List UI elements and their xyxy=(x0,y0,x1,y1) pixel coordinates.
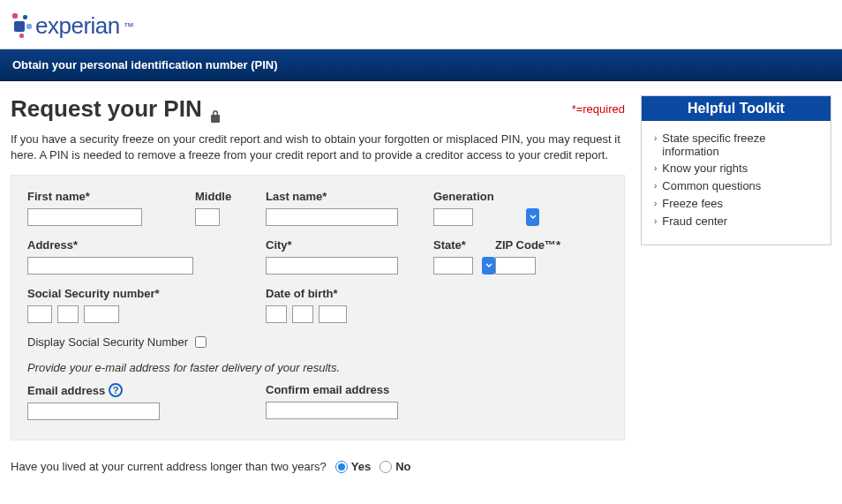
brand-name: experian xyxy=(35,12,120,40)
sidebar-item[interactable]: ›State specific freeze information xyxy=(654,130,822,160)
page-title: Request your PIN xyxy=(11,95,222,123)
yes-label: Yes xyxy=(351,460,371,473)
zip-label: ZIP Code™* xyxy=(495,238,575,252)
dob-part3-input[interactable] xyxy=(319,305,347,323)
sidebar-title: Helpful Toolkit xyxy=(642,96,831,121)
lock-icon xyxy=(209,102,222,117)
confirm-email-label: Confirm email address xyxy=(266,383,389,396)
residency-question: Have you lived at your current address l… xyxy=(11,460,327,473)
city-input[interactable] xyxy=(266,257,398,275)
no-label: No xyxy=(395,460,410,473)
generation-select[interactable] xyxy=(433,208,473,226)
middle-label: Middle xyxy=(195,190,266,203)
ssn-part2-input[interactable] xyxy=(57,305,79,323)
email-input[interactable] xyxy=(27,402,160,420)
required-indicator: *=required xyxy=(572,102,625,116)
city-label: City* xyxy=(266,238,433,252)
ssn-part3-input[interactable] xyxy=(84,305,119,323)
chevron-right-icon: › xyxy=(654,132,657,146)
sidebar-item[interactable]: ›Know your rights xyxy=(654,160,822,177)
email-label: Email address xyxy=(27,384,105,397)
ssn-part1-input[interactable] xyxy=(27,305,52,323)
email-hint: Provide your e-mail address for faster d… xyxy=(27,361,608,374)
state-label: State* xyxy=(433,238,495,252)
state-select[interactable] xyxy=(433,257,473,275)
sidebar-item[interactable]: ›Common questions xyxy=(654,177,822,195)
residency-yes-radio[interactable] xyxy=(335,461,348,473)
chevron-right-icon: › xyxy=(654,162,657,176)
last-name-input[interactable] xyxy=(266,208,398,226)
brand-tm: ™ xyxy=(124,20,134,33)
chevron-right-icon: › xyxy=(654,214,657,229)
chevron-right-icon: › xyxy=(654,197,657,211)
sidebar-item[interactable]: ›Fraud center xyxy=(654,213,822,230)
display-ssn-checkbox[interactable] xyxy=(195,336,207,348)
first-name-input[interactable] xyxy=(27,208,142,226)
last-name-label: Last name* xyxy=(266,190,433,203)
residency-no-radio[interactable] xyxy=(380,461,392,473)
zip-input[interactable] xyxy=(495,257,536,275)
middle-input[interactable] xyxy=(195,208,220,226)
brand-logo: experian ™ xyxy=(11,12,831,40)
chevron-right-icon: › xyxy=(654,179,657,193)
dob-label: Date of birth* xyxy=(266,287,433,300)
form-container: First name* Middle Last name* Generation xyxy=(11,175,625,440)
chevron-down-icon xyxy=(482,257,495,275)
display-ssn-label: Display Social Security Number xyxy=(27,335,188,349)
first-name-label: First name* xyxy=(27,190,195,203)
generation-label: Generation xyxy=(433,190,539,203)
chevron-down-icon xyxy=(526,208,539,226)
sidebar-toolkit: Helpful Toolkit ›State specific freeze i… xyxy=(641,95,831,245)
sidebar-item[interactable]: ›Freeze fees xyxy=(654,195,822,213)
dob-part2-input[interactable] xyxy=(292,305,313,323)
dob-part1-input[interactable] xyxy=(266,305,287,323)
address-label: Address* xyxy=(27,238,266,252)
brand-logo-mark xyxy=(11,13,32,40)
address-input[interactable] xyxy=(27,257,193,275)
logo-bar: experian ™ xyxy=(0,0,842,49)
intro-text: If you have a security freeze on your cr… xyxy=(11,132,625,162)
page-title-text: Request your PIN xyxy=(11,95,202,123)
help-icon[interactable]: ? xyxy=(109,383,123,397)
ssn-label: Social Security number* xyxy=(27,287,266,300)
header-band: Obtain your personal identification numb… xyxy=(0,49,842,81)
confirm-email-input[interactable] xyxy=(266,402,398,419)
